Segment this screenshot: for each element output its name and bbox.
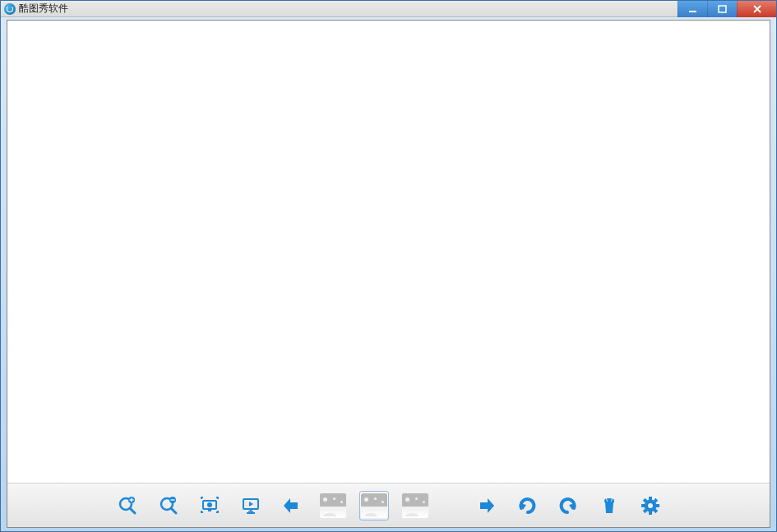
trash-icon xyxy=(599,495,620,516)
minimize-button[interactable] xyxy=(678,1,707,17)
svg-rect-1 xyxy=(719,6,726,12)
zoom-out-button[interactable] xyxy=(154,491,183,520)
zoom-out-icon xyxy=(158,495,179,516)
slideshow-icon xyxy=(240,495,261,516)
image-thumb-a-button[interactable] xyxy=(318,491,348,520)
image-thumb-b-button[interactable] xyxy=(359,491,389,520)
rotate-right-button[interactable] xyxy=(553,491,583,520)
maximize-icon xyxy=(718,5,727,14)
window-frame xyxy=(1,17,776,531)
gear-icon xyxy=(640,495,661,516)
rotate-right-icon xyxy=(557,495,579,516)
svg-point-12 xyxy=(207,502,212,507)
rotate-left-button[interactable] xyxy=(512,491,542,520)
arrow-right-icon xyxy=(475,495,497,516)
settings-button[interactable] xyxy=(636,491,665,520)
window-controls xyxy=(678,1,776,17)
svg-line-3 xyxy=(130,508,135,513)
window-title: 酷图秀软件 xyxy=(19,2,68,16)
titlebar[interactable]: 酷图秀软件 xyxy=(1,1,776,17)
image-icon xyxy=(361,493,387,518)
arrow-left-icon xyxy=(281,495,303,516)
close-button[interactable] xyxy=(737,1,776,17)
image-icon xyxy=(320,493,346,518)
app-icon xyxy=(4,3,16,15)
previous-button[interactable] xyxy=(277,491,307,520)
minimize-icon xyxy=(688,5,697,14)
zoom-in-icon xyxy=(117,495,138,516)
close-icon xyxy=(752,4,762,14)
maximize-button[interactable] xyxy=(707,1,737,17)
zoom-in-button[interactable] xyxy=(113,491,142,520)
app-window: 酷图秀软件 xyxy=(0,0,777,532)
svg-point-18 xyxy=(604,498,614,502)
image-canvas[interactable] xyxy=(7,21,770,483)
client-area xyxy=(7,20,770,528)
fit-screen-button[interactable] xyxy=(195,491,224,520)
fit-screen-icon xyxy=(199,495,220,516)
rotate-left-icon xyxy=(516,495,538,516)
image-thumb-c-button[interactable] xyxy=(400,491,430,520)
slideshow-button[interactable] xyxy=(236,491,266,520)
svg-rect-0 xyxy=(689,11,696,12)
delete-button[interactable] xyxy=(594,491,624,520)
svg-point-20 xyxy=(648,503,653,508)
image-icon xyxy=(402,493,428,518)
next-button[interactable] xyxy=(471,491,501,520)
bottom-toolbar xyxy=(7,483,770,527)
svg-line-8 xyxy=(171,508,176,513)
